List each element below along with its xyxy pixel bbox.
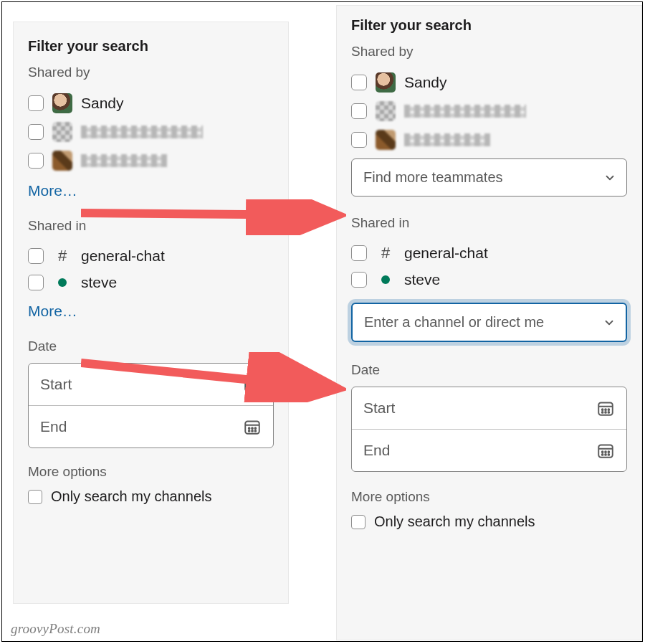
checkbox[interactable] [351,103,367,119]
person-name-redacted [81,126,203,138]
date-range: Start End [351,387,627,472]
checkbox[interactable] [28,95,44,111]
svg-point-12 [252,430,253,432]
person-row[interactable] [351,126,627,154]
hash-icon: # [376,244,396,262]
svg-point-5 [252,388,253,389]
presence-active-icon [58,278,67,287]
find-teammates-select[interactable]: Find more teammates [351,158,627,196]
svg-point-8 [249,427,250,429]
channel-name: general-chat [81,247,165,265]
only-my-channels-row[interactable]: Only search my channels [351,513,627,530]
svg-point-16 [605,409,606,410]
svg-point-6 [254,388,256,389]
presence-active-icon [381,275,390,284]
svg-point-4 [249,388,250,389]
channel-name: general-chat [404,245,488,262]
hash-icon: # [52,247,72,265]
more-options-label: More options [351,489,627,505]
checkbox[interactable] [351,272,367,288]
avatar-redacted [52,151,72,171]
date-start-field[interactable]: Start [29,364,273,405]
svg-point-2 [252,385,253,387]
watermark: groovyPost.com [11,621,100,637]
avatar-redacted [376,130,396,150]
checkbox[interactable] [28,153,44,169]
channel-row[interactable]: steve [28,270,274,295]
shared-in-label: Shared in [28,218,274,234]
checkbox[interactable] [28,490,42,504]
checkbox[interactable] [351,75,367,90]
svg-point-23 [605,451,606,453]
chevron-down-icon [603,316,616,329]
calendar-icon [596,441,615,460]
calendar-icon [243,417,262,436]
filter-title: Filter your search [351,17,627,34]
svg-point-3 [254,385,256,387]
filter-panel-left: Filter your search Shared by Sandy More…… [13,22,289,604]
channel-row[interactable]: steve [351,267,627,293]
person-row[interactable]: Sandy [351,68,627,97]
person-row[interactable] [351,97,627,126]
shared-by-label: Shared by [28,65,274,80]
shared-by-label: Shared by [351,44,627,60]
svg-point-11 [249,430,250,432]
person-name: Sandy [404,74,447,91]
checkbox[interactable] [28,275,44,290]
checkbox[interactable] [351,132,367,148]
find-teammates-placeholder: Find more teammates [363,169,503,185]
avatar-redacted [52,122,72,142]
more-channels-link[interactable]: More… [28,303,77,320]
person-name-redacted [404,133,490,146]
svg-point-9 [252,427,253,429]
svg-point-19 [605,412,606,413]
checkbox[interactable] [351,515,366,529]
svg-point-15 [602,409,603,410]
avatar [52,93,72,113]
shared-in-label: Shared in [351,215,627,231]
date-end-field[interactable]: End [29,405,273,448]
more-options-label: More options [28,464,274,480]
checkbox[interactable] [351,245,367,261]
filter-panel-right: Filter your search Shared by Sandy Find … [336,5,642,640]
person-row[interactable] [28,146,274,175]
dm-name: steve [81,274,117,291]
svg-point-27 [608,454,609,455]
svg-point-18 [602,412,603,413]
channel-row[interactable]: # general-chat [28,242,274,270]
svg-point-26 [605,454,606,455]
date-start-label: Start [363,399,395,417]
chevron-down-icon [603,171,616,184]
date-label: Date [351,362,627,378]
person-name-redacted [81,154,167,167]
date-end-label: End [40,418,67,435]
only-my-channels-row[interactable]: Only search my channels [28,488,274,505]
image-frame: Filter your search Shared by Sandy More…… [1,1,643,642]
svg-point-25 [602,454,603,455]
person-name-redacted [404,105,526,118]
svg-point-17 [608,409,609,410]
find-channel-select[interactable]: Enter a channel or direct me [351,303,627,342]
date-end-label: End [363,442,390,459]
svg-point-13 [254,430,256,432]
person-name: Sandy [81,95,124,112]
date-start-field[interactable]: Start [352,387,626,429]
more-people-link[interactable]: More… [28,182,77,199]
calendar-icon [243,375,262,394]
filter-title: Filter your search [28,38,274,55]
svg-point-22 [602,451,603,453]
date-end-field[interactable]: End [352,429,626,471]
only-my-channels-label: Only search my channels [374,513,535,530]
date-label: Date [28,338,274,354]
date-start-label: Start [40,376,72,393]
channel-row[interactable]: # general-chat [351,240,627,267]
person-row[interactable]: Sandy [28,89,274,118]
svg-point-10 [254,427,256,429]
person-row[interactable] [28,118,274,146]
svg-point-1 [249,385,250,387]
checkbox[interactable] [28,124,44,140]
avatar-redacted [376,101,396,121]
checkbox[interactable] [28,248,44,264]
find-channel-placeholder: Enter a channel or direct me [364,314,544,330]
only-my-channels-label: Only search my channels [51,488,212,505]
